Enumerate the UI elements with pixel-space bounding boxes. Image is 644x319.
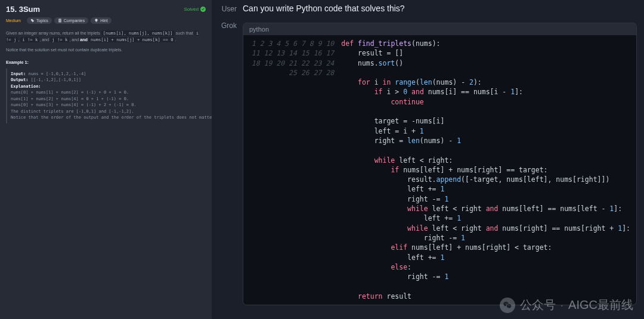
- companies-label: Companies: [64, 18, 85, 23]
- companies-chip[interactable]: Companies: [54, 17, 88, 24]
- user-message-row: User Can you write Python code that solv…: [212, 0, 644, 17]
- hint-label: Hint: [100, 18, 107, 23]
- code-block[interactable]: 1 2 3 4 5 6 7 8 9 10 11 12 13 14 15 16 1…: [243, 35, 637, 305]
- building-icon: [58, 18, 62, 23]
- problem-panel: 15. 3Sum Solved Medium Topics Companies …: [0, 0, 212, 319]
- problem-description: Given an integer array nums, return all …: [6, 30, 206, 123]
- assistant-message-row: Grok python 1 2 3 4 5 6 7 8 9 10 11 12 1…: [212, 17, 644, 309]
- assistant-role-label: Grok: [219, 20, 237, 305]
- problem-title: 15. 3Sum: [6, 5, 40, 14]
- lightbulb-icon: [94, 18, 98, 23]
- check-circle-icon: [200, 7, 206, 12]
- user-role-label: User: [219, 4, 237, 13]
- chat-panel: User Can you write Python code that solv…: [212, 0, 644, 319]
- solved-badge: Solved: [184, 7, 206, 12]
- problem-notice: Notice that the solution set must not co…: [6, 47, 122, 52]
- hint-chip[interactable]: Hint: [91, 17, 111, 24]
- example-title: Example 1:: [6, 59, 206, 66]
- example-block: Input: nums = [-1,0,1,2,-1,-4] Output: […: [6, 69, 206, 123]
- topics-chip[interactable]: Topics: [27, 17, 52, 24]
- difficulty-chip: Medium: [6, 17, 24, 24]
- code-language-label: python: [243, 23, 637, 35]
- solved-label: Solved: [184, 7, 199, 12]
- user-message-text: Can you write Python code that solves th…: [243, 4, 637, 13]
- code-answer: python 1 2 3 4 5 6 7 8 9 10 11 12 13 14 …: [243, 23, 637, 305]
- line-number-gutter: 1 2 3 4 5 6 7 8 9 10 11 12 13 14 15 16 1…: [243, 35, 339, 305]
- code-content: def find_triplets(nums): result = [] num…: [339, 35, 636, 305]
- topics-label: Topics: [36, 18, 48, 23]
- tag-icon: [30, 18, 35, 23]
